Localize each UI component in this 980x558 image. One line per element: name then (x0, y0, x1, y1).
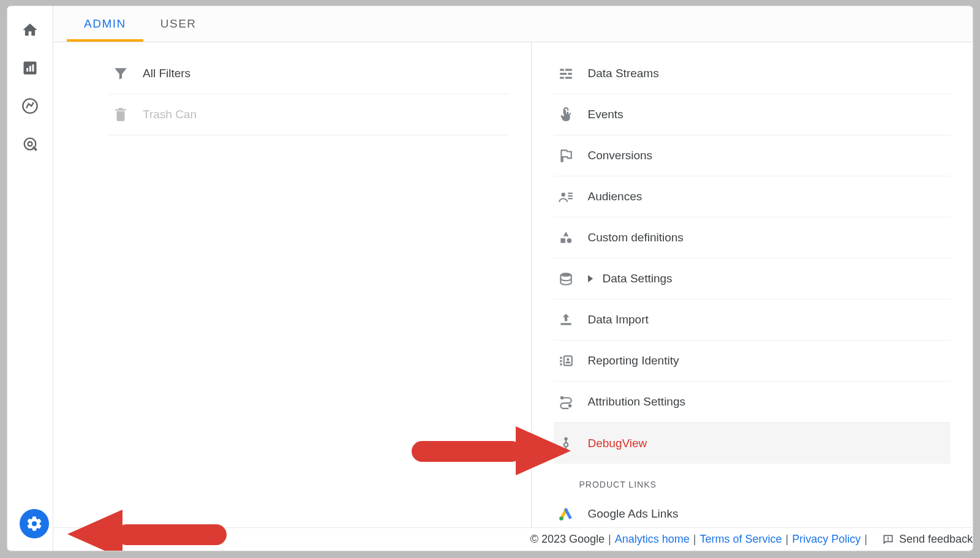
menu-data-settings[interactable]: Data Settings (554, 258, 951, 300)
svg-point-13 (561, 193, 565, 197)
menu-data-import[interactable]: Data Import (554, 300, 951, 341)
svg-rect-10 (568, 73, 572, 75)
svg-rect-22 (560, 363, 562, 365)
svg-point-19 (560, 273, 571, 277)
advertising-icon[interactable] (21, 135, 39, 153)
svg-rect-11 (560, 77, 564, 78)
explore-icon[interactable] (21, 97, 39, 115)
tab-user[interactable]: USER (143, 6, 214, 42)
menu-label: Events (588, 108, 624, 121)
footer-link-terms[interactable]: Terms of Service (699, 533, 782, 546)
left-nav-rail (7, 6, 53, 551)
feedback-label: Send feedback (899, 533, 973, 546)
main-content: ADMIN USER All Filters Trash (53, 6, 973, 551)
menu-conversions[interactable]: Conversions (554, 135, 951, 176)
menu-label: Data Import (588, 313, 649, 326)
shapes-icon (557, 229, 575, 246)
svg-point-27 (564, 437, 567, 440)
svg-rect-7 (560, 69, 564, 70)
svg-rect-16 (568, 198, 573, 199)
home-icon[interactable] (21, 21, 39, 39)
footer-link-privacy[interactable]: Privacy Policy (792, 533, 861, 546)
svg-point-4 (23, 99, 37, 113)
streams-icon (557, 65, 575, 82)
menu-debugview[interactable]: DebugView (554, 423, 951, 464)
svg-rect-12 (565, 77, 571, 78)
menu-all-filters[interactable]: All Filters (108, 53, 509, 94)
menu-label: Data Streams (588, 67, 659, 80)
svg-point-6 (28, 142, 32, 146)
svg-rect-9 (560, 73, 567, 75)
menu-data-streams[interactable]: Data Streams (554, 53, 951, 94)
account-column: All Filters Trash Can (53, 42, 532, 551)
menu-reporting-identity[interactable]: Reporting Identity (554, 341, 951, 382)
menu-label: Google Ads Links (588, 507, 679, 521)
menu-audiences[interactable]: Audiences (554, 176, 951, 217)
svg-rect-15 (568, 195, 573, 197)
menu-label: Reporting Identity (588, 354, 679, 368)
admin-gear-button[interactable] (20, 509, 49, 538)
svg-point-26 (568, 404, 571, 407)
flag-icon (557, 147, 575, 164)
identity-icon (557, 352, 575, 369)
menu-custom-definitions[interactable]: Custom definitions (554, 217, 951, 258)
svg-rect-8 (565, 69, 571, 70)
menu-events[interactable]: Events (554, 94, 951, 135)
menu-label: Conversions (588, 149, 653, 162)
attribution-icon (557, 393, 575, 410)
menu-label: Data Settings (603, 272, 673, 285)
property-column: Data Streams Events Conversions (532, 42, 973, 551)
touch-icon (557, 106, 575, 123)
section-header-product-links: PRODUCT LINKS (554, 464, 951, 493)
menu-label: Trash Can (143, 108, 197, 121)
svg-point-18 (567, 238, 571, 243)
filter-icon (112, 65, 129, 82)
send-feedback-button[interactable]: Send feedback (882, 533, 973, 546)
menu-label: DebugView (588, 437, 647, 450)
svg-rect-21 (560, 360, 562, 362)
svg-rect-17 (560, 238, 565, 243)
svg-point-24 (567, 358, 569, 361)
footer-copyright: © 2023 Google (530, 533, 605, 546)
upload-icon (557, 311, 575, 328)
trash-icon (112, 106, 129, 123)
svg-rect-14 (568, 193, 573, 194)
menu-attribution-settings[interactable]: Attribution Settings (554, 382, 951, 423)
feedback-icon (882, 533, 894, 546)
database-icon (557, 270, 575, 287)
admin-tabs: ADMIN USER (53, 6, 973, 42)
audiences-icon (557, 188, 575, 205)
svg-point-29 (559, 516, 564, 521)
svg-rect-1 (26, 68, 28, 72)
menu-label: Attribution Settings (588, 395, 685, 409)
menu-trash-can[interactable]: Trash Can (108, 94, 509, 135)
footer-link-analytics-home[interactable]: Analytics home (615, 533, 690, 546)
svg-point-28 (564, 442, 568, 447)
menu-label: All Filters (143, 67, 190, 80)
footer: © 2023 Google | Analytics home | Terms o… (53, 527, 973, 551)
svg-rect-2 (29, 66, 31, 72)
svg-rect-31 (888, 540, 889, 541)
svg-rect-3 (32, 64, 34, 72)
svg-point-25 (560, 396, 563, 399)
debug-icon (557, 435, 575, 452)
svg-rect-20 (560, 357, 562, 359)
google-ads-icon (557, 505, 575, 522)
svg-rect-30 (888, 537, 889, 538)
expand-icon (588, 275, 593, 282)
menu-label: Custom definitions (588, 231, 684, 244)
menu-label: Audiences (588, 190, 643, 203)
tab-admin[interactable]: ADMIN (67, 6, 143, 42)
reports-icon[interactable] (21, 59, 39, 77)
